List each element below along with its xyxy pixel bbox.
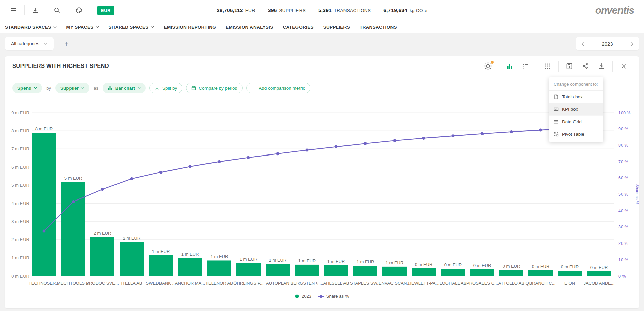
bar-attollo-ab[interactable]	[499, 270, 523, 276]
bar-technoser-[interactable]	[32, 133, 56, 276]
stat-value: 5,391	[318, 7, 332, 13]
download-icon[interactable]	[28, 3, 43, 18]
chart-legend: 2023Share as %	[5, 294, 639, 299]
nav-item-label: EMISSION ANALYSIS	[226, 25, 273, 30]
bar-bergsten-[interactable]	[295, 265, 319, 276]
legend-item-share-as-[interactable]: Share as %	[318, 294, 349, 299]
dropdown-item-label: Totals box	[562, 94, 583, 99]
dropdown-item-label: KPI box	[562, 107, 578, 112]
bar-chart-mini-icon	[108, 86, 112, 90]
nav-item-shared-spaces[interactable]: SHARED SPACES	[109, 25, 154, 30]
metric-chip[interactable]: Spend	[12, 83, 42, 93]
add-tab-button[interactable]: +	[62, 40, 71, 48]
add-comparison-metric-chip[interactable]: Add comparison metric	[246, 83, 310, 93]
settings-gear-icon[interactable]	[484, 62, 492, 71]
search-icon[interactable]	[50, 3, 64, 18]
share-line-point	[218, 160, 221, 163]
bar-autoplan[interactable]	[266, 264, 290, 276]
x-axis-label: ÖHRLINGS P...	[233, 281, 263, 286]
stat-transactions: 5,391 TRANSACTIONS	[318, 7, 371, 13]
share-icon[interactable]	[581, 62, 590, 71]
dropdown-item-pivot-table[interactable]: Pivot Table	[549, 128, 603, 140]
bar-value-label: 1 m EUR	[152, 249, 170, 254]
next-year-icon[interactable]	[631, 42, 634, 46]
nav-item-transactions[interactable]: TRANSACTIONS	[360, 25, 397, 30]
share-line-point	[247, 156, 250, 159]
grid-dots-icon[interactable]	[543, 62, 552, 71]
bar-envac-scan-[interactable]	[382, 267, 407, 276]
right-axis-tick: 30 %	[618, 225, 628, 229]
dropdown-item-label: Data Grid	[562, 119, 582, 124]
chart-type-chip[interactable]: Bar chart	[103, 83, 146, 93]
x-axis-label: TECHNOSER...	[29, 281, 59, 286]
split-by-label: Split by	[162, 86, 177, 91]
x-axis-label: ENVAC SCAN...	[379, 281, 410, 286]
menu-icon[interactable]	[6, 3, 21, 18]
divider	[68, 5, 68, 15]
bar--hrlings-p-[interactable]	[236, 263, 261, 276]
nav-item-categories[interactable]: CATEGORIES	[283, 25, 313, 30]
close-icon[interactable]	[619, 62, 628, 71]
bar-itella-ab[interactable]	[120, 242, 144, 276]
dimension-chip[interactable]: Supplier	[55, 83, 89, 93]
right-axis-tick: 60 %	[618, 176, 628, 180]
save-icon[interactable]	[565, 62, 574, 71]
palette-icon[interactable]	[72, 3, 86, 18]
y-axis-tick: 3 m EUR	[11, 219, 29, 224]
share-line[interactable]	[44, 127, 599, 231]
stat-eur: 28,706,112 EUR	[217, 7, 255, 13]
currency-badge[interactable]: EUR	[97, 6, 114, 15]
list-view-icon[interactable]	[521, 62, 530, 71]
share-line-point	[452, 134, 455, 137]
bar-swedbank-[interactable]	[149, 255, 173, 276]
nav-item-my-spaces[interactable]: MY SPACES	[66, 25, 99, 30]
bar-value-label: 1 m EUR	[357, 259, 374, 264]
x-axis-label: HEWLETT-PA...	[408, 281, 440, 286]
bar-logitall-ab[interactable]	[441, 269, 465, 276]
category-tab[interactable]: All categories	[5, 37, 54, 50]
right-axis-tick: 100 %	[618, 110, 630, 115]
nav-item-standard-spaces[interactable]: STANDARD SPACES	[5, 25, 57, 30]
bar-prodoc-sve-[interactable]	[90, 237, 114, 276]
x-axis-label: BERGSTEN § ...	[291, 281, 323, 286]
legend-item-2023[interactable]: 2023	[295, 294, 311, 299]
x-axis-label: PROSALES C...	[466, 281, 498, 286]
nav-item-suppliers[interactable]: SUPPLIERS	[323, 25, 350, 30]
topbar-icon-group: EUR	[0, 0, 114, 21]
share-line-point	[393, 139, 396, 142]
chart-card: SUPPLIERS WITH HIGHEST SPEND	[5, 56, 639, 308]
bar-value-label: 1 m EUR	[211, 254, 228, 259]
category-tab-label: All categories	[11, 41, 39, 46]
nav-item-emission-reporting[interactable]: EMISSION REPORTING	[164, 25, 216, 30]
bar-e-on[interactable]	[558, 271, 582, 276]
chevron-down-icon	[34, 87, 37, 89]
bar-hewlett-pa-[interactable]	[412, 268, 436, 276]
bar-qbranch-c-[interactable]	[528, 270, 553, 276]
compare-by-period-chip[interactable]: Compare by period	[186, 83, 243, 93]
share-line-point	[481, 132, 484, 135]
notification-dot	[491, 61, 494, 64]
bar-chart-view-icon[interactable]	[505, 62, 514, 71]
dropdown-item-data-grid[interactable]: Data Grid	[549, 116, 603, 128]
summary-stats: 28,706,112 EUR396 SUPPLIERS5,391 TRANSAC…	[217, 0, 427, 21]
x-axis-label: ATTOLLO AB	[498, 281, 524, 286]
download-chart-icon[interactable]	[597, 62, 606, 71]
bar-telenor-ab[interactable]	[207, 260, 231, 276]
dropdown-item-totals-box[interactable]: Totals box	[549, 91, 603, 103]
share-line-point	[276, 152, 279, 155]
bar-jacob-ande-[interactable]	[587, 271, 611, 276]
bar-ahlsell-ab[interactable]	[324, 265, 348, 276]
bar-value-label: 0 m EUR	[503, 264, 520, 269]
bar-prosales-c-[interactable]	[470, 269, 494, 276]
chevron-down-icon	[96, 26, 99, 28]
split-by-chip[interactable]: Split by	[149, 83, 182, 93]
previous-year-icon[interactable]	[581, 42, 584, 46]
card-header: SUPPLIERS WITH HIGHEST SPEND	[5, 56, 639, 76]
bar-mechtools-[interactable]	[61, 182, 85, 276]
chevron-down-icon	[44, 43, 48, 45]
share-line-point	[539, 129, 542, 132]
bar-anchor-ma-[interactable]	[178, 258, 202, 276]
bar-staples-sw-[interactable]	[353, 266, 377, 276]
nav-item-emission-analysis[interactable]: EMISSION ANALYSIS	[226, 25, 273, 30]
dropdown-item-kpi-box[interactable]: KPI box	[549, 103, 603, 116]
